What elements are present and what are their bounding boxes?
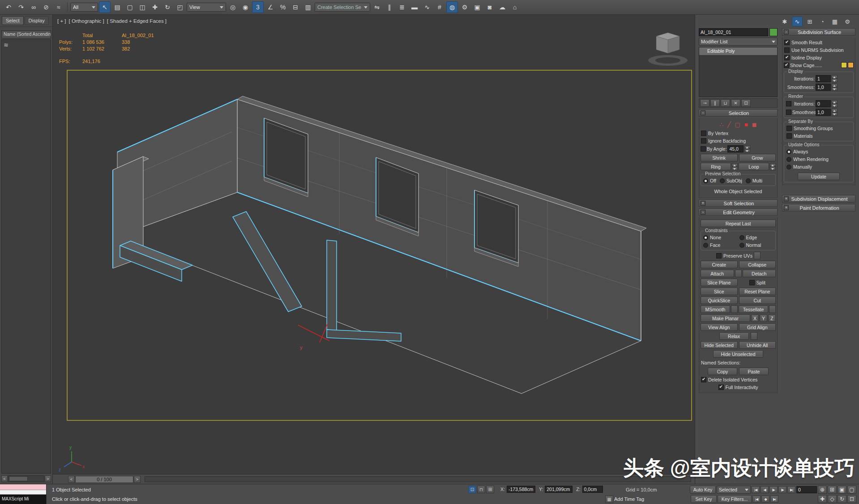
- update-button[interactable]: Update: [798, 173, 840, 180]
- select-and-move-icon[interactable]: ✚: [149, 1, 161, 13]
- unhide-all-button[interactable]: Unhide All: [739, 341, 776, 349]
- collapse-button[interactable]: Collapse: [739, 261, 776, 268]
- expand-icon[interactable]: +: [701, 201, 705, 206]
- undo-icon[interactable]: ↶: [3, 1, 14, 13]
- redo-icon[interactable]: ↷: [15, 1, 27, 13]
- offset-mode-icon[interactable]: ⊞: [486, 486, 494, 493]
- edit-named-selections-icon[interactable]: ▥: [302, 1, 314, 13]
- angle-snap-icon[interactable]: ∠: [265, 1, 276, 13]
- isolate-selection-toggle-icon[interactable]: ⊡: [468, 486, 476, 493]
- go-to-start-icon[interactable]: |◀: [752, 486, 760, 493]
- render-iterations-checkbox[interactable]: [786, 101, 791, 106]
- render-gallery-icon[interactable]: ⌂: [509, 1, 521, 13]
- ring-button[interactable]: Ring: [701, 163, 731, 170]
- make-unique-icon[interactable]: ⊔: [721, 99, 730, 107]
- maximize-viewport-toggle-icon[interactable]: ⊡: [847, 495, 856, 503]
- remove-modifier-icon[interactable]: ✕: [731, 99, 740, 107]
- selection-rollout-header[interactable]: - Selection: [699, 109, 778, 117]
- loop-button[interactable]: Loop: [739, 163, 769, 170]
- select-by-name-icon[interactable]: ▤: [111, 1, 123, 13]
- zoom-extents-icon[interactable]: ▣: [838, 486, 846, 494]
- relax-options-button[interactable]: [751, 332, 757, 340]
- modify-tab-icon[interactable]: ∿: [792, 17, 803, 26]
- grow-button[interactable]: Grow: [739, 154, 776, 161]
- paste-button[interactable]: Paste: [739, 368, 769, 375]
- go-to-end-icon[interactable]: ▶|: [787, 486, 795, 493]
- tab-select[interactable]: Select: [2, 16, 24, 25]
- collapse-icon[interactable]: -: [784, 30, 789, 34]
- ignore-backfacing-checkbox[interactable]: Ignore Backfacing: [701, 138, 776, 144]
- time-slider-track[interactable]: [145, 476, 691, 482]
- key-filters-button[interactable]: Key Filters...: [718, 495, 752, 503]
- slice-plane-button[interactable]: Slice Plane: [701, 279, 738, 286]
- smooth-result-checkbox[interactable]: Smooth Result: [784, 39, 854, 46]
- display-iterations-field[interactable]: 1: [816, 75, 831, 82]
- transform-gizmo[interactable]: y: [298, 323, 329, 350]
- viewport[interactable]: y x y z [ + ] [ Orthogr: [53, 15, 695, 474]
- relax-button[interactable]: Relax: [719, 332, 749, 340]
- reference-coordinate-dropdown[interactable]: View: [187, 3, 226, 12]
- split-checkbox[interactable]: Split: [739, 280, 776, 286]
- percent-snap-icon[interactable]: %: [277, 1, 289, 13]
- pin-stack-icon[interactable]: ⊸: [700, 99, 709, 107]
- previous-key-icon[interactable]: |◀: [752, 496, 761, 503]
- macro-recorder-line[interactable]: [0, 484, 46, 490]
- object-name-field[interactable]: AI_18_002_01: [699, 28, 768, 36]
- display-iterations-spinner[interactable]: [832, 75, 838, 82]
- vertex-subobject-icon[interactable]: ∴: [719, 121, 723, 128]
- make-planar-button[interactable]: Make Planar: [701, 314, 750, 322]
- listener-line[interactable]: [0, 490, 46, 495]
- by-vertex-checkbox[interactable]: By Vertex: [701, 130, 776, 136]
- render-setup-icon[interactable]: ⚙: [459, 1, 470, 13]
- shrink-button[interactable]: Shrink: [701, 154, 738, 161]
- auto-key-button[interactable]: Auto Key: [690, 486, 716, 494]
- time-slider-handle[interactable]: 0 / 100: [75, 476, 133, 483]
- modifier-list-dropdown[interactable]: Modifier List: [699, 38, 778, 46]
- subdivision-displacement-rollout-header[interactable]: + Subdivision Displacement: [782, 195, 855, 203]
- by-angle-field[interactable]: 45,0: [727, 145, 744, 152]
- bind-to-space-warp-icon[interactable]: ≈: [53, 1, 64, 13]
- modifier-stack-item[interactable]: Editable Poly: [699, 47, 777, 55]
- repeat-last-button[interactable]: Repeat Last: [701, 220, 776, 227]
- preview-subobj-radio[interactable]: SubObj: [719, 178, 743, 184]
- configure-modifier-sets-icon[interactable]: ⊡: [741, 99, 751, 107]
- subdivision-surface-rollout-header[interactable]: - Subdivision Surface: [782, 28, 855, 36]
- create-button[interactable]: Create: [701, 261, 738, 268]
- quickslice-button[interactable]: QuickSlice: [701, 296, 738, 304]
- select-object-icon[interactable]: ↖: [99, 1, 111, 13]
- rendered-frame-window-icon[interactable]: ▣: [471, 1, 483, 13]
- render-in-cloud-icon[interactable]: ☁: [496, 1, 508, 13]
- orbit-icon[interactable]: ↻: [838, 495, 846, 503]
- attach-options-button[interactable]: [735, 270, 742, 277]
- by-angle-spinner[interactable]: [744, 145, 750, 152]
- detach-button[interactable]: Detach: [743, 270, 776, 277]
- msmooth-options-button[interactable]: [731, 305, 738, 313]
- previous-frame-icon[interactable]: ◀: [761, 486, 769, 493]
- utilities-tab-icon[interactable]: ⚙: [842, 17, 853, 26]
- next-frame-arrow[interactable]: >: [134, 476, 141, 483]
- add-time-tag-label[interactable]: Add Time Tag: [614, 495, 644, 503]
- by-angle-checkbox[interactable]: [701, 146, 706, 152]
- render-production-icon[interactable]: ◙: [484, 1, 496, 13]
- attach-button[interactable]: Attach: [701, 270, 734, 277]
- isoline-display-checkbox[interactable]: Isoline Display: [784, 55, 854, 61]
- curve-editor-icon[interactable]: ∿: [421, 1, 433, 13]
- field-of-view-icon[interactable]: ◇: [828, 495, 837, 503]
- tab-display[interactable]: Display: [25, 16, 49, 25]
- rectangular-selection-region-icon[interactable]: ▢: [124, 1, 136, 13]
- select-and-manipulate-icon[interactable]: ◉: [239, 1, 251, 13]
- make-planar-x-button[interactable]: X: [751, 314, 759, 322]
- set-key-button[interactable]: Set Key: [691, 495, 717, 503]
- preview-multi-radio[interactable]: Multi: [745, 178, 763, 184]
- key-mode-toggle-icon[interactable]: ◆: [761, 496, 769, 503]
- layer-manager-icon[interactable]: ≣: [396, 1, 408, 13]
- viewcube[interactable]: [648, 33, 688, 66]
- loop-spinner[interactable]: [770, 163, 776, 170]
- create-tab-icon[interactable]: ✱: [779, 17, 790, 26]
- object-color-swatch[interactable]: [769, 28, 778, 36]
- cage-selected-color-swatch[interactable]: [848, 62, 854, 68]
- edit-geometry-rollout-header[interactable]: - Edit Geometry: [699, 208, 778, 216]
- ring-spinner[interactable]: [732, 163, 738, 170]
- scroll-right-icon[interactable]: >: [45, 475, 51, 482]
- constraint-face-radio[interactable]: Face: [703, 242, 738, 248]
